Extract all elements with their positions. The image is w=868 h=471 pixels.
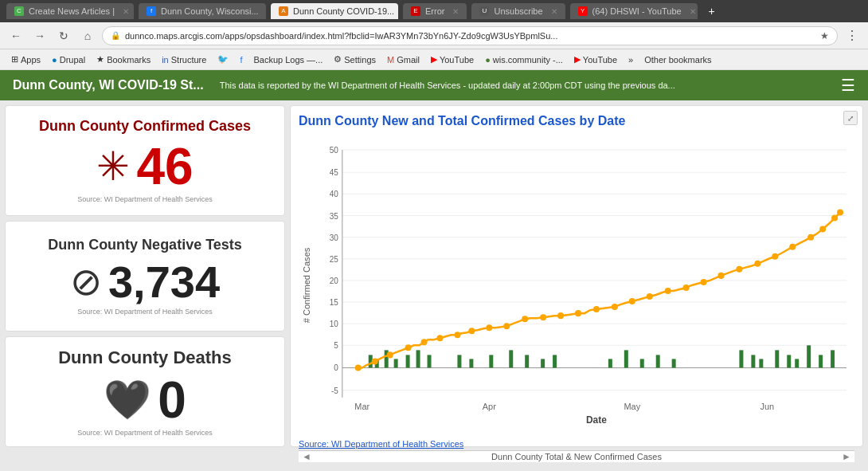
reload-button[interactable]: ↻ [54, 26, 73, 45]
address-bar[interactable]: 🔒 dunnco.maps.arcgis.com/apps/opsdashboa… [102, 26, 838, 45]
facebook-icon: f [240, 55, 242, 65]
svg-point-71 [540, 314, 546, 320]
svg-rect-37 [416, 350, 420, 367]
hamburger-menu-icon[interactable]: ☰ [841, 76, 855, 95]
svg-point-76 [629, 298, 635, 304]
svg-rect-53 [759, 359, 763, 367]
tab-label: Create News Articles | [29, 6, 115, 16]
home-button[interactable]: ⌂ [78, 26, 97, 45]
bookmark-structure[interactable]: in Structure [157, 53, 211, 66]
tab-label: Dunn County COVID-19... [293, 6, 394, 16]
confirmed-cases-panel: Dunn County Confirmed Cases ✳ 46 Source:… [5, 105, 285, 216]
svg-text:Jun: Jun [760, 402, 774, 411]
svg-point-67 [468, 328, 475, 334]
bookmark-settings[interactable]: ⚙ Settings [329, 53, 381, 66]
browser-tabs-bar: C Create News Articles | ✕ f Dunn County… [0, 0, 868, 22]
svg-point-61 [372, 358, 378, 364]
chart-panel: ⤢ Dunn County New and Total Confirmed Ca… [290, 105, 863, 447]
svg-text:# Confirmed Cases: # Confirmed Cases [302, 247, 311, 323]
bookmark-drupal[interactable]: ● Drupal [47, 53, 90, 66]
svg-rect-47 [624, 350, 628, 367]
tab-covid19-active[interactable]: A Dunn County COVID-19... ✕ [271, 3, 398, 19]
svg-rect-49 [656, 355, 660, 367]
left-panels: Dunn County Confirmed Cases ✳ 46 Source:… [5, 105, 285, 447]
svg-point-85 [789, 244, 796, 250]
bookmark-wis-community[interactable]: ● wis.community -... [480, 53, 568, 66]
svg-point-82 [736, 266, 742, 273]
tab-dunn-county[interactable]: f Dunn County, Wisconsi... ✕ [139, 3, 266, 19]
chart-footer: ◄ Dunn County Total & New Confirmed Case… [299, 450, 854, 462]
bookmark-facebook[interactable]: f [235, 53, 247, 66]
bookmarks-bar: ⊞ Apps ● Drupal ★ Bookmarks in Structure… [0, 49, 868, 70]
confirmed-cases-value-row: ✳ 46 [15, 141, 275, 192]
tab-close-icon[interactable]: ✕ [452, 7, 459, 16]
svg-rect-58 [819, 355, 823, 367]
tab-close-icon[interactable]: ✕ [123, 7, 129, 16]
tab-close-icon[interactable]: ✕ [551, 7, 557, 16]
svg-point-68 [486, 324, 492, 331]
negative-tests-title: Dunn County Negative Tests [15, 237, 275, 253]
bookmark-other[interactable]: Other bookmarks [639, 53, 716, 66]
bookmark-youtube2[interactable]: ▶ YouTube [569, 53, 622, 66]
chart-scroll-left-icon[interactable]: ◄ [302, 451, 311, 462]
svg-point-65 [437, 335, 444, 341]
settings-icon: ⚙ [334, 54, 342, 65]
svg-rect-44 [541, 359, 545, 367]
confirmed-cases-number: 46 [136, 141, 193, 192]
deaths-value-row: 🖤 0 [15, 375, 275, 426]
bookmark-more[interactable]: » [624, 53, 638, 66]
deaths-title: Dunn County Deaths [15, 347, 275, 368]
bookmark-apps[interactable]: ⊞ Apps [6, 53, 45, 66]
svg-point-66 [454, 332, 460, 338]
svg-point-62 [387, 351, 393, 358]
svg-rect-35 [394, 359, 398, 367]
svg-text:May: May [624, 402, 640, 411]
bookmark-backup-logs[interactable]: Backup Logs —... [248, 53, 327, 66]
tab-error[interactable]: E Error ✕ [403, 3, 467, 19]
bookmark-bookmarks[interactable]: ★ Bookmarks [92, 53, 155, 66]
app-title: Dunn County, WI COVID-19 St... [13, 78, 204, 92]
browser-toolbar: ← → ↻ ⌂ 🔒 dunnco.maps.arcgis.com/apps/op… [0, 22, 868, 49]
new-tab-button[interactable]: + [702, 2, 721, 21]
star-icon: ★ [96, 54, 104, 65]
address-text: dunnco.maps.arcgis.com/apps/opsdashboard… [125, 31, 815, 41]
tab-youtube[interactable]: Y (64) DHSWI - YouTube ✕ [570, 3, 698, 19]
bookmark-youtube1[interactable]: ▶ YouTube [426, 53, 479, 66]
youtube-icon: ▶ [431, 54, 437, 65]
tab-favicon: C [14, 6, 24, 16]
svg-rect-54 [775, 350, 779, 367]
chart-source-link[interactable]: Source: WI Department of Health Services [299, 439, 854, 449]
forward-button[interactable]: → [30, 26, 49, 45]
drupal-icon: ● [52, 55, 57, 65]
app-subtitle: This data is reported by the WI Departme… [220, 80, 841, 90]
expand-button[interactable]: ⤢ [843, 111, 858, 125]
svg-rect-56 [795, 359, 799, 367]
tab-close-icon[interactable]: ✕ [690, 7, 696, 16]
gmail-icon: M [387, 55, 394, 65]
svg-text:25: 25 [330, 255, 339, 264]
chart-title: Dunn County New and Total Confirmed Case… [299, 114, 854, 128]
svg-text:40: 40 [330, 190, 339, 198]
tab-label: Unsubscribe [494, 6, 542, 16]
svg-point-74 [593, 306, 600, 312]
confirmed-cases-title: Dunn County Confirmed Cases [15, 118, 275, 135]
chart-scroll-right-icon[interactable]: ► [842, 451, 851, 462]
svg-point-77 [647, 293, 653, 300]
tab-unsubscribe[interactable]: U Unsubscribe ✕ [471, 3, 565, 19]
svg-point-63 [405, 344, 412, 351]
lock-icon: 🔒 [111, 31, 120, 40]
svg-rect-45 [553, 355, 557, 367]
negative-tests-source: Source: WI Department of Health Services [15, 308, 275, 316]
svg-point-80 [701, 279, 707, 285]
bookmark-gmail[interactable]: M Gmail [382, 53, 424, 66]
back-button[interactable]: ← [6, 26, 25, 45]
medical-star-icon: ✳ [96, 147, 130, 186]
tab-label: (64) DHSWI - YouTube [592, 6, 682, 16]
tab-create-news[interactable]: C Create News Articles | ✕ [6, 3, 134, 19]
bookmark-twitter[interactable]: 🐦 [213, 53, 233, 66]
chart-area: # Confirmed Cases [299, 133, 854, 438]
svg-rect-46 [608, 359, 612, 367]
bookmark-star-icon[interactable]: ★ [820, 30, 829, 41]
extensions-button[interactable]: ⋮ [843, 26, 862, 45]
svg-point-81 [717, 273, 724, 279]
